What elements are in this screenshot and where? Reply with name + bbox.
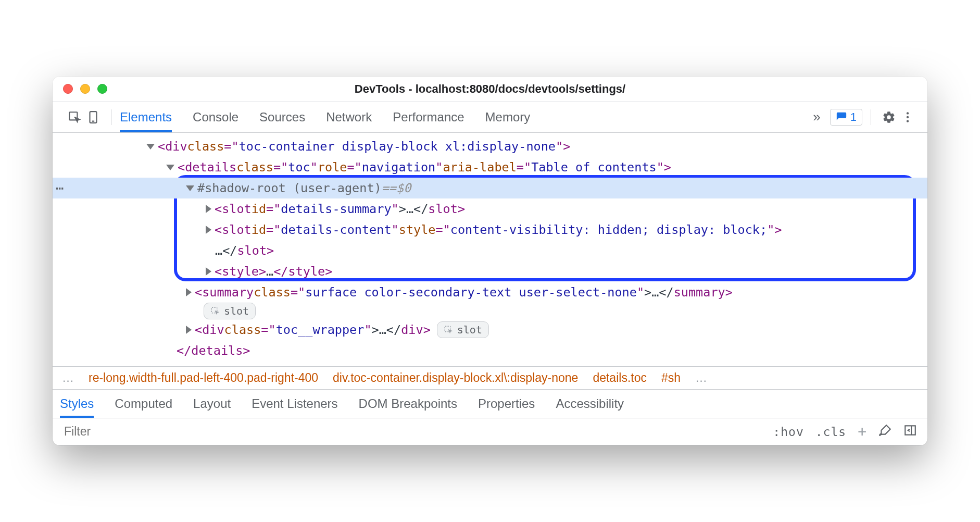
minimize-window-button[interactable] bbox=[80, 84, 90, 94]
inspect-element-icon[interactable] bbox=[65, 110, 84, 124]
slot-badge[interactable]: slot bbox=[437, 321, 489, 338]
tab-sources[interactable]: Sources bbox=[259, 102, 305, 132]
close-window-button[interactable] bbox=[63, 84, 73, 94]
subtab-layout[interactable]: Layout bbox=[193, 390, 231, 418]
kebab-menu-icon[interactable] bbox=[898, 110, 917, 124]
zoom-window-button[interactable] bbox=[97, 84, 107, 94]
expand-toggle-icon[interactable] bbox=[206, 205, 211, 213]
expand-toggle-icon[interactable] bbox=[166, 165, 174, 170]
dom-tree[interactable]: <div class="toc-container display-block … bbox=[53, 133, 927, 366]
toggle-hov-button[interactable]: :hov bbox=[773, 425, 803, 439]
slot-badge[interactable]: slot bbox=[204, 303, 256, 319]
svg-point-5 bbox=[907, 120, 909, 122]
subtab-computed[interactable]: Computed bbox=[115, 390, 172, 418]
dom-node-slot-content-close[interactable]: …</slot> bbox=[53, 240, 927, 261]
dom-node-details-close[interactable]: </details> bbox=[53, 340, 927, 361]
crumb[interactable]: details.toc bbox=[593, 371, 647, 385]
paint-brush-icon[interactable] bbox=[878, 424, 892, 440]
issue-count: 1 bbox=[850, 110, 857, 124]
panel-tabs: Elements Console Sources Network Perform… bbox=[120, 102, 530, 132]
expand-toggle-icon[interactable] bbox=[206, 267, 211, 276]
dom-slot-badge-row: slot bbox=[53, 303, 927, 319]
computed-sidebar-toggle-icon[interactable] bbox=[903, 424, 917, 440]
device-toolbar-icon[interactable] bbox=[84, 110, 103, 124]
subtab-accessibility[interactable]: Accessibility bbox=[556, 390, 624, 418]
more-tabs-icon[interactable]: » bbox=[809, 109, 824, 125]
svg-point-3 bbox=[907, 112, 909, 114]
new-style-rule-button[interactable]: + bbox=[858, 423, 867, 440]
settings-icon[interactable] bbox=[880, 110, 898, 124]
hover-dots-icon[interactable]: ⋯ bbox=[56, 178, 65, 198]
dom-node-slot-content[interactable]: <slot id="details-content" style="conten… bbox=[53, 219, 927, 240]
toggle-cls-button[interactable]: .cls bbox=[815, 425, 846, 439]
crumb-overflow-right[interactable]: … bbox=[695, 371, 707, 385]
styles-panel-tabs: Styles Computed Layout Event Listeners D… bbox=[53, 389, 927, 418]
dom-node-style[interactable]: <style>…</style> bbox=[53, 261, 927, 282]
crumb[interactable]: #sh bbox=[661, 371, 681, 385]
window-title: DevTools - localhost:8080/docs/devtools/… bbox=[53, 82, 927, 96]
styles-filter-bar: :hov .cls + bbox=[53, 418, 927, 445]
tab-performance[interactable]: Performance bbox=[393, 102, 464, 132]
dom-node-details[interactable]: <details class="toc" role="navigation" a… bbox=[53, 157, 927, 178]
expand-toggle-icon[interactable] bbox=[186, 288, 192, 296]
dom-node-slot-summary[interactable]: <slot id="details-summary">…</slot> bbox=[53, 198, 927, 219]
crumb[interactable]: div.toc-container.display-block.xl\:disp… bbox=[333, 371, 578, 385]
issues-counter[interactable]: 1 bbox=[830, 109, 862, 126]
separator bbox=[111, 109, 111, 125]
titlebar: DevTools - localhost:8080/docs/devtools/… bbox=[53, 77, 927, 102]
subtab-event-listeners[interactable]: Event Listeners bbox=[252, 390, 337, 418]
tab-memory[interactable]: Memory bbox=[485, 102, 531, 132]
dom-breadcrumbs[interactable]: … re-long.width-full.pad-left-400.pad-ri… bbox=[53, 366, 927, 389]
expand-toggle-icon[interactable] bbox=[186, 185, 194, 191]
subtab-styles[interactable]: Styles bbox=[60, 390, 94, 418]
styles-filter-input[interactable] bbox=[63, 424, 761, 439]
svg-rect-8 bbox=[905, 426, 915, 434]
traffic-lights bbox=[63, 84, 107, 94]
dom-node-div-wrapper[interactable]: <div class="toc__wrapper">…</div> slot bbox=[53, 319, 927, 340]
dom-node-div[interactable]: <div class="toc-container display-block … bbox=[53, 136, 927, 157]
dom-node-shadow-root[interactable]: ⋯ #shadow-root (user-agent) == $0 bbox=[53, 178, 927, 198]
subtab-properties[interactable]: Properties bbox=[478, 390, 535, 418]
crumb-overflow-left[interactable]: … bbox=[62, 371, 74, 385]
svg-point-4 bbox=[907, 116, 909, 118]
expand-toggle-icon[interactable] bbox=[186, 326, 192, 334]
expand-toggle-icon[interactable] bbox=[146, 144, 155, 150]
separator bbox=[871, 109, 871, 125]
expand-toggle-icon[interactable] bbox=[206, 226, 211, 234]
dom-node-summary[interactable]: <summary class="surface color-secondary-… bbox=[53, 282, 927, 303]
tab-elements[interactable]: Elements bbox=[120, 102, 172, 132]
crumb[interactable]: re-long.width-full.pad-left-400.pad-righ… bbox=[89, 371, 318, 385]
subtab-dom-breakpoints[interactable]: DOM Breakpoints bbox=[359, 390, 457, 418]
main-toolbar: Elements Console Sources Network Perform… bbox=[53, 102, 927, 133]
tab-console[interactable]: Console bbox=[193, 102, 238, 132]
devtools-window: DevTools - localhost:8080/docs/devtools/… bbox=[53, 77, 927, 445]
tab-network[interactable]: Network bbox=[326, 102, 372, 132]
